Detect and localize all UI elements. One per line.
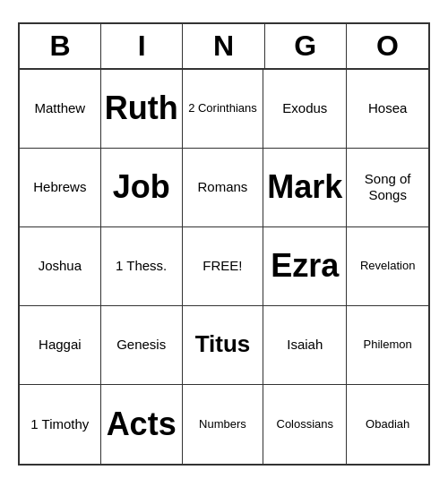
cell-label: 1 Timothy: [30, 416, 89, 432]
bingo-cell: Romans: [183, 149, 264, 227]
bingo-grid: MatthewRuth2 CorinthiansExodusHoseaHebre…: [20, 70, 428, 464]
header-letter: O: [347, 24, 428, 68]
cell-label: Job: [113, 167, 170, 206]
bingo-cell: Genesis: [101, 306, 183, 385]
bingo-cell: Numbers: [183, 385, 264, 464]
cell-label: Haggai: [39, 337, 82, 353]
cell-label: Hosea: [368, 100, 407, 116]
header-letter: G: [265, 24, 347, 68]
header-letter: B: [20, 24, 101, 68]
header-letter: N: [183, 24, 264, 68]
cell-label: Ruth: [105, 89, 178, 127]
cell-label: Song of Songs: [350, 171, 425, 203]
cell-label: 2 Corinthians: [188, 101, 257, 115]
cell-label: Philemon: [364, 337, 412, 352]
cell-label: Hebrews: [33, 179, 86, 195]
bingo-cell: Acts: [101, 385, 183, 464]
bingo-cell: Revelation: [347, 227, 428, 306]
cell-label: Colossians: [277, 417, 334, 431]
bingo-cell: Joshua: [20, 227, 101, 306]
bingo-cell: Ruth: [101, 70, 183, 149]
cell-label: Joshua: [39, 258, 82, 274]
bingo-cell: Hebrews: [20, 149, 101, 227]
bingo-cell: Mark: [263, 149, 347, 227]
bingo-cell: Haggai: [20, 306, 101, 385]
bingo-cell: Obadiah: [347, 385, 428, 464]
cell-label: Exodus: [282, 100, 327, 116]
bingo-cell: Hosea: [347, 70, 428, 149]
cell-label: Matthew: [34, 100, 85, 116]
bingo-cell: 1 Timothy: [20, 385, 101, 464]
bingo-cell: Job: [101, 149, 183, 227]
cell-label: 1 Thess.: [116, 258, 167, 274]
bingo-cell: Ezra: [263, 227, 347, 306]
cell-label: FREE!: [202, 258, 242, 274]
cell-label: Acts: [107, 405, 177, 443]
cell-label: Ezra: [271, 246, 339, 285]
bingo-cell: 2 Corinthians: [183, 70, 264, 149]
bingo-cell: Titus: [183, 306, 264, 385]
bingo-cell: Isaiah: [263, 306, 347, 385]
cell-label: Obadiah: [366, 417, 409, 431]
bingo-header: BINGO: [20, 24, 428, 70]
cell-label: Romans: [198, 179, 248, 195]
bingo-cell: Philemon: [347, 306, 428, 385]
header-letter: I: [101, 24, 183, 68]
bingo-cell: Exodus: [263, 70, 347, 149]
bingo-cell: Colossians: [263, 385, 347, 464]
cell-label: Titus: [195, 330, 251, 358]
bingo-card: BINGO MatthewRuth2 CorinthiansExodusHose…: [18, 22, 430, 466]
bingo-cell: 1 Thess.: [101, 227, 183, 306]
bingo-cell: Matthew: [20, 70, 101, 149]
cell-label: Revelation: [360, 259, 415, 273]
bingo-cell: Song of Songs: [347, 149, 428, 227]
cell-label: Numbers: [199, 417, 246, 431]
cell-label: Isaiah: [287, 337, 323, 353]
bingo-cell: FREE!: [183, 227, 264, 306]
cell-label: Genesis: [116, 337, 166, 353]
cell-label: Mark: [267, 167, 342, 206]
